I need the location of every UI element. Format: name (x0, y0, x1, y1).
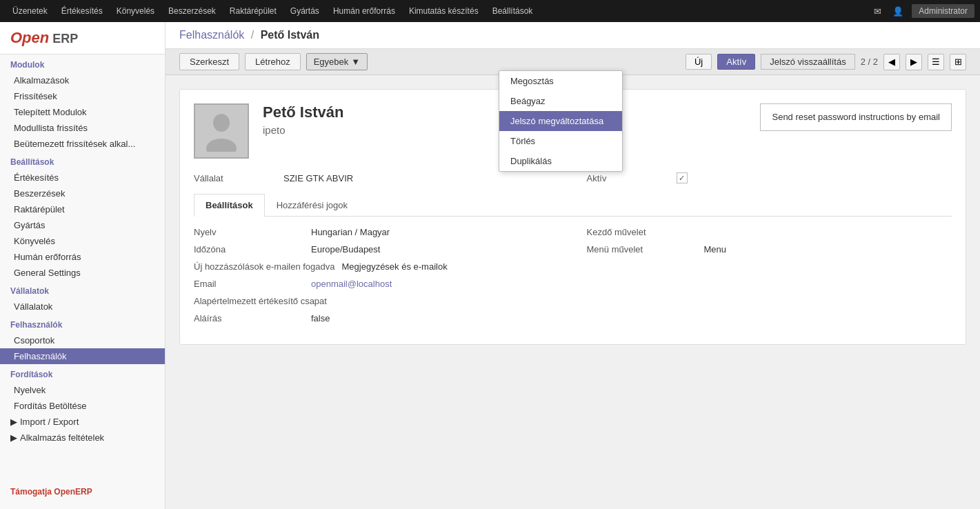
sidebar-item-csoportok[interactable]: Csoportok (0, 332, 165, 348)
svg-point-1 (206, 139, 237, 152)
home-action-label: Kezdő művelet (587, 227, 697, 237)
toolbar-right: Új Aktív Jelszó visszaállítás 2 / 2 ◀ ▶ … (686, 54, 966, 70)
sales-team-label: Alapértelmezett értékesítő csapat (194, 296, 327, 306)
company-label: Vállalat (194, 173, 277, 183)
sidebar-item-import-export[interactable]: ▶ Import / Export (0, 414, 165, 430)
sidebar-item-vallalatok[interactable]: Vállalatok (0, 299, 165, 315)
timezone-value: Europe/Budapest (311, 244, 380, 254)
page-header: Felhasználók / Pető István (166, 22, 980, 49)
next-button[interactable]: ▶ (906, 54, 922, 70)
notifications-field: Új hozzászólások e-mailen fogadva Megjeg… (194, 261, 559, 272)
section-vallalatok: Vállalatok (0, 281, 165, 299)
user-icon[interactable]: 👤 (891, 4, 905, 18)
menu-action-field: Menü művelet Menu (587, 244, 952, 254)
mail-icon[interactable]: ✉ (870, 4, 884, 18)
top-navigation: Üzenetek Értékesítés Könyvelés Beszerzés… (0, 0, 980, 22)
user-card: Pető István ipeto Send reset password in… (179, 89, 966, 345)
edit-button[interactable]: Szerkeszt (179, 53, 239, 70)
main-layout: Open ERP Modulok Alkalmazások Frissítése… (0, 22, 980, 509)
sales-team-field: Alapértelmezett értékesítő csapat (194, 296, 559, 306)
active-button[interactable]: Aktív (717, 54, 755, 70)
nav-beszerzes[interactable]: Beszerzések (161, 0, 223, 22)
nav-uzenetek[interactable]: Üzenetek (6, 0, 54, 22)
avatar (194, 103, 249, 159)
grid-view-button[interactable]: ⊞ (950, 54, 966, 70)
section-modulok: Modulok (0, 54, 165, 72)
sidebar-item-alkalmazasok[interactable]: Alkalmazások (0, 72, 165, 88)
tabs: Beállítások Hozzáférési jogok (194, 194, 952, 217)
breadcrumb-parent[interactable]: Felhasználók (179, 29, 244, 41)
sidebar-item-raktarepulet[interactable]: Raktárépület (0, 201, 165, 217)
language-label: Nyelv (194, 227, 304, 237)
nav-human[interactable]: Humán erőforrás (326, 0, 402, 22)
sidebar-item-konyveles[interactable]: Könyvelés (0, 233, 165, 249)
user-name-area: Pető István ipeto (263, 103, 746, 136)
sidebar-item-telepitett[interactable]: Telepített Modulok (0, 104, 165, 120)
breadcrumb-current: Pető István (261, 29, 319, 41)
sidebar-item-gyartas[interactable]: Gyártás (0, 217, 165, 233)
sidebar-item-nyelvek[interactable]: Nyelvek (0, 382, 165, 398)
sidebar-item-general[interactable]: General Settings (0, 265, 165, 281)
expand-icon-2: ▶ (10, 432, 17, 443)
menu-action-value: Menu (704, 244, 727, 254)
nav-kimutatas[interactable]: Kimutatás készítés (402, 0, 486, 22)
nav-raktarepulet[interactable]: Raktárépület (223, 0, 283, 22)
user-header: Pető István ipeto Send reset password in… (194, 103, 952, 159)
sidebar-item-frissitesek[interactable]: Frissítések (0, 88, 165, 104)
timezone-field: Időzóna Europe/Budapest (194, 244, 559, 254)
signature-value: false (311, 313, 330, 323)
tab-beallitasok[interactable]: Beállítások (194, 194, 265, 217)
breadcrumb: Felhasználók / Pető István (179, 29, 966, 41)
content-area: Pető István ipeto Send reset password in… (166, 75, 980, 359)
company-row: Vállalat SZIE GTK ABVIR Aktív (194, 172, 952, 183)
sidebar-item-ertekesites[interactable]: Értékesítés (0, 170, 165, 186)
logo: Open ERP (10, 29, 154, 47)
admin-button[interactable]: Administrator (912, 4, 974, 18)
sidebar-item-forditas-betoltese[interactable]: Fordítás Betöltése (0, 398, 165, 414)
nav-right: ✉ 👤 Administrator (870, 4, 974, 18)
sidebar-item-beszerzes[interactable]: Beszerzések (0, 186, 165, 201)
sidebar-item-felhasznalok[interactable]: Felhasználók (0, 348, 165, 364)
dropdown-arrow-icon: ▼ (351, 57, 360, 67)
nav-konyveles[interactable]: Könyvelés (110, 0, 161, 22)
nav-ertekesites[interactable]: Értékesítés (54, 0, 110, 22)
sidebar-item-modullista[interactable]: Modullista frissítés (0, 120, 165, 136)
home-action-field: Kezdő művelet (587, 227, 952, 237)
company-value: SZIE GTK ABVIR (283, 173, 353, 183)
sidebar: Open ERP Modulok Alkalmazások Frissítése… (0, 22, 166, 509)
section-forditasok: Fordítások (0, 364, 165, 382)
user-login: ipeto (263, 124, 746, 136)
notifications-value: Megjegyzések és e-mailok (342, 261, 448, 272)
nav-gyartas[interactable]: Gyártás (283, 0, 326, 22)
email-field: Email openmail@localhost (194, 279, 559, 289)
tab-hozzaferesi[interactable]: Hozzáférési jogok (265, 194, 359, 216)
menu-action-label: Menü művelet (587, 244, 697, 254)
reset-password-email-button[interactable]: Send reset password instructions by emai… (760, 103, 952, 131)
email-value[interactable]: openmail@localhost (311, 279, 392, 289)
form-right-col: Kezdő művelet Menü művelet Menu (587, 227, 952, 330)
password-reset-button[interactable]: Jelszó visszaállítás (761, 54, 855, 70)
toolbar: Szerkeszt Létrehoz Egyebek ▼ Új Aktív Je… (166, 49, 980, 75)
nav-beallitasok[interactable]: Beállítások (486, 0, 540, 22)
sidebar-item-alkalmazas-feltetel[interactable]: ▶ Alkalmazás feltételek (0, 430, 165, 446)
form-left-col: Nyelv Hungarian / Magyar Időzóna Europe/… (194, 227, 559, 330)
signature-label: Aláírás (194, 313, 304, 323)
main-content: Felhasználók / Pető István Szerkeszt Lét… (166, 22, 980, 509)
create-button[interactable]: Létrehoz (245, 53, 301, 70)
new-button[interactable]: Új (686, 54, 712, 70)
expand-icon: ▶ (10, 417, 17, 427)
list-view-button[interactable]: ☰ (928, 54, 944, 70)
egyebek-dropdown[interactable]: Egyebek ▼ (306, 53, 368, 70)
avatar-image (204, 110, 239, 152)
active-checkbox[interactable] (677, 172, 688, 183)
sidebar-item-human[interactable]: Humán erőforrás (0, 249, 165, 265)
timezone-label: Időzóna (194, 244, 304, 254)
language-field: Nyelv Hungarian / Magyar (194, 227, 559, 237)
logo-area: Open ERP (0, 22, 165, 54)
prev-button[interactable]: ◀ (883, 54, 900, 70)
support-text: Támogatja OpenERP (0, 481, 166, 502)
language-value: Hungarian / Magyar (311, 227, 390, 237)
signature-field: Aláírás false (194, 313, 559, 323)
sidebar-item-utemezett[interactable]: Beütemezett frissítések alkal... (0, 136, 165, 152)
notifications-label: Új hozzászólások e-mailen fogadva (194, 261, 335, 272)
